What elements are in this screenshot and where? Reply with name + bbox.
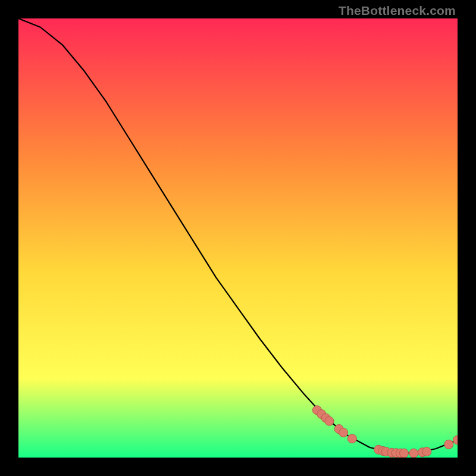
data-point	[422, 447, 431, 456]
gradient-background	[18, 18, 458, 458]
data-point	[325, 416, 334, 425]
data-point	[399, 449, 408, 458]
watermark-text: TheBottleneck.com	[339, 4, 456, 18]
data-point	[444, 440, 453, 449]
data-point	[347, 434, 356, 443]
data-point	[339, 428, 348, 437]
plot-area	[18, 18, 458, 458]
chart-stage: TheBottleneck.com	[0, 0, 476, 476]
chart-svg	[18, 18, 458, 458]
data-point	[409, 449, 418, 458]
